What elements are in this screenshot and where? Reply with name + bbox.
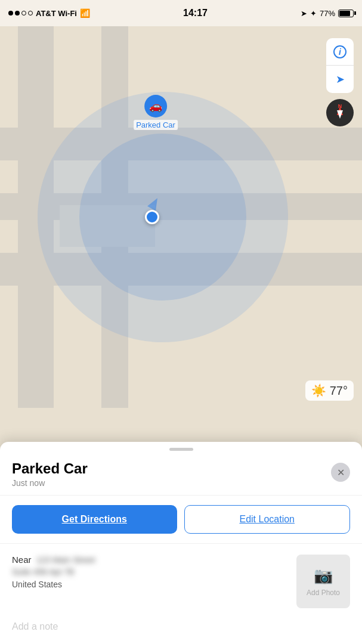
signal-dot-2 xyxy=(15,11,20,16)
parked-car-marker[interactable]: 🚗 Parked Car xyxy=(134,95,178,130)
signal-strength xyxy=(8,11,33,16)
camera-icon: 📷 xyxy=(314,566,333,585)
navigation-icon: ➤ xyxy=(336,73,345,86)
location-near: Near 123 Main Street xyxy=(12,555,287,565)
status-time: 14:17 xyxy=(183,8,208,18)
weather-icon: ☀️ xyxy=(311,383,326,398)
get-directions-button[interactable]: Get Directions xyxy=(12,505,177,534)
map-controls: i ➤ xyxy=(326,38,354,93)
parked-car-map-label: Parked Car xyxy=(134,120,178,130)
battery-pct-label: 77% xyxy=(320,9,335,18)
sheet-title-area: Parked Car Just now xyxy=(12,460,331,488)
close-button[interactable]: ✕ xyxy=(331,463,350,482)
sheet-subtitle: Just now xyxy=(12,478,331,488)
signal-dot-3 xyxy=(21,11,26,16)
signal-dot-1 xyxy=(8,11,13,16)
location-info: Near 123 Main Street Suite 456 Apt 7B Un… xyxy=(0,544,362,619)
edit-location-button[interactable]: Edit Location xyxy=(184,505,351,534)
map-view[interactable]: 🚗 Parked Car i ➤ N ☀️ 77° xyxy=(0,26,362,408)
compass-n-label: N xyxy=(338,103,342,109)
location-active-icon: ➤ xyxy=(301,9,307,18)
bottom-sheet: Parked Car Just now ✕ Get Directions Edi… xyxy=(0,442,362,644)
location-country: United States xyxy=(12,580,287,589)
address-line2-blurred: Suite 456 Apt 7B xyxy=(12,567,74,577)
add-note-section: Add a note xyxy=(0,619,362,644)
carrier-label: AT&T Wi-Fi xyxy=(36,9,77,18)
compass-ring: N xyxy=(327,100,353,126)
accuracy-circle-inner xyxy=(79,134,246,301)
info-icon: i xyxy=(333,45,346,58)
sheet-header: Parked Car Just now ✕ xyxy=(0,451,362,496)
battery-indicator xyxy=(338,10,354,17)
compass-south-needle xyxy=(337,110,343,119)
battery-fill xyxy=(339,11,350,16)
status-right: ➤ ✦ 77% xyxy=(301,9,354,18)
compass[interactable]: N xyxy=(326,99,354,126)
add-photo-button[interactable]: 📷 Add Photo xyxy=(296,555,350,608)
location-text: Near 123 Main Street Suite 456 Apt 7B Un… xyxy=(12,555,287,589)
info-button[interactable]: i xyxy=(326,38,354,66)
sheet-title: Parked Car xyxy=(12,460,331,477)
bluetooth-icon: ✦ xyxy=(310,9,317,18)
add-photo-label: Add Photo xyxy=(307,589,340,597)
weather-temp: 77° xyxy=(330,384,348,398)
weather-widget: ☀️ 77° xyxy=(305,380,354,401)
action-buttons: Get Directions Edit Location xyxy=(0,496,362,544)
address-blurred: 123 Main Street xyxy=(36,555,95,565)
status-left: AT&T Wi-Fi 📶 xyxy=(8,8,90,18)
signal-dot-4 xyxy=(28,11,33,16)
location-button[interactable]: ➤ xyxy=(326,66,354,93)
parked-car-icon: 🚗 xyxy=(144,95,167,117)
user-location-dot xyxy=(145,210,159,224)
status-bar: AT&T Wi-Fi 📶 14:17 ➤ ✦ 77% xyxy=(0,0,362,26)
wifi-icon: 📶 xyxy=(80,8,90,18)
add-note-text[interactable]: Add a note xyxy=(12,621,58,631)
